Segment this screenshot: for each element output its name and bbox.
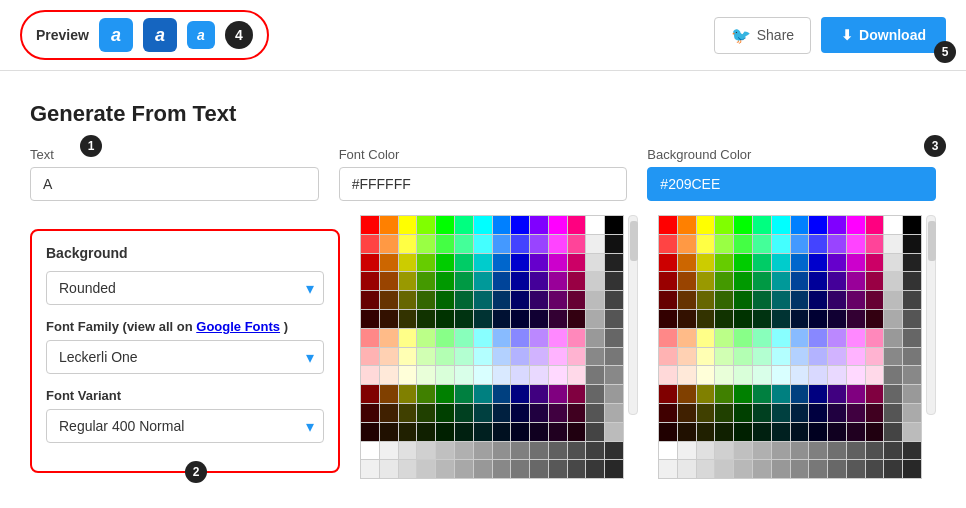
- color-cell[interactable]: [549, 291, 567, 309]
- color-cell[interactable]: [791, 254, 809, 272]
- color-cell[interactable]: [884, 460, 902, 478]
- color-cell[interactable]: [659, 216, 677, 234]
- color-cell[interactable]: [828, 385, 846, 403]
- color-cell[interactable]: [809, 272, 827, 290]
- color-cell[interactable]: [586, 460, 604, 478]
- color-cell[interactable]: [734, 310, 752, 328]
- color-cell[interactable]: [734, 272, 752, 290]
- color-cell[interactable]: [678, 272, 696, 290]
- color-cell[interactable]: [568, 423, 586, 441]
- color-cell[interactable]: [399, 404, 417, 422]
- color-cell[interactable]: [715, 404, 733, 422]
- color-cell[interactable]: [697, 310, 715, 328]
- color-cell[interactable]: [530, 329, 548, 347]
- color-cell[interactable]: [847, 254, 865, 272]
- color-cell[interactable]: [474, 291, 492, 309]
- color-cell[interactable]: [399, 254, 417, 272]
- color-cell[interactable]: [417, 235, 435, 253]
- color-cell[interactable]: [493, 385, 511, 403]
- color-cell[interactable]: [380, 348, 398, 366]
- color-cell[interactable]: [903, 423, 921, 441]
- color-cell[interactable]: [586, 442, 604, 460]
- color-cell[interactable]: [399, 385, 417, 403]
- color-cell[interactable]: [511, 442, 529, 460]
- color-cell[interactable]: [678, 385, 696, 403]
- color-cell[interactable]: [866, 385, 884, 403]
- color-cell[interactable]: [847, 348, 865, 366]
- color-cell[interactable]: [697, 366, 715, 384]
- color-cell[interactable]: [753, 291, 771, 309]
- color-cell[interactable]: [549, 348, 567, 366]
- bg-color-input[interactable]: [647, 167, 936, 201]
- color-cell[interactable]: [903, 366, 921, 384]
- color-cell[interactable]: [474, 348, 492, 366]
- download-button[interactable]: ⬇ Download 5: [821, 17, 946, 53]
- color-cell[interactable]: [866, 329, 884, 347]
- color-cell[interactable]: [884, 272, 902, 290]
- color-cell[interactable]: [530, 254, 548, 272]
- color-cell[interactable]: [417, 348, 435, 366]
- color-cell[interactable]: [809, 329, 827, 347]
- color-cell[interactable]: [455, 235, 473, 253]
- color-cell[interactable]: [734, 460, 752, 478]
- color-cell[interactable]: [828, 423, 846, 441]
- color-cell[interactable]: [605, 366, 623, 384]
- color-cell[interactable]: [568, 235, 586, 253]
- color-cell[interactable]: [697, 235, 715, 253]
- color-cell[interactable]: [753, 442, 771, 460]
- color-cell[interactable]: [697, 291, 715, 309]
- color-cell[interactable]: [753, 423, 771, 441]
- color-cell[interactable]: [884, 235, 902, 253]
- color-cell[interactable]: [493, 235, 511, 253]
- color-cell[interactable]: [399, 235, 417, 253]
- color-cell[interactable]: [659, 366, 677, 384]
- color-cell[interactable]: [399, 348, 417, 366]
- color-cell[interactable]: [659, 404, 677, 422]
- color-cell[interactable]: [399, 366, 417, 384]
- color-cell[interactable]: [436, 329, 454, 347]
- color-cell[interactable]: [903, 442, 921, 460]
- color-cell[interactable]: [828, 235, 846, 253]
- color-cell[interactable]: [734, 216, 752, 234]
- color-cell[interactable]: [493, 216, 511, 234]
- color-cell[interactable]: [659, 254, 677, 272]
- color-cell[interactable]: [568, 385, 586, 403]
- color-cell[interactable]: [474, 216, 492, 234]
- color-cell[interactable]: [549, 385, 567, 403]
- color-cell[interactable]: [847, 460, 865, 478]
- color-cell[interactable]: [772, 216, 790, 234]
- color-cell[interactable]: [772, 310, 790, 328]
- color-cell[interactable]: [605, 348, 623, 366]
- bg-color-scrollbar[interactable]: [926, 215, 936, 415]
- font-color-scrollbar[interactable]: [628, 215, 638, 415]
- color-cell[interactable]: [399, 291, 417, 309]
- color-cell[interactable]: [530, 442, 548, 460]
- color-cell[interactable]: [361, 216, 379, 234]
- color-cell[interactable]: [734, 442, 752, 460]
- color-cell[interactable]: [605, 329, 623, 347]
- color-cell[interactable]: [828, 460, 846, 478]
- color-cell[interactable]: [791, 442, 809, 460]
- color-cell[interactable]: [659, 291, 677, 309]
- color-cell[interactable]: [772, 254, 790, 272]
- color-cell[interactable]: [866, 460, 884, 478]
- color-cell[interactable]: [380, 460, 398, 478]
- color-cell[interactable]: [866, 442, 884, 460]
- color-cell[interactable]: [659, 272, 677, 290]
- color-cell[interactable]: [715, 329, 733, 347]
- color-cell[interactable]: [828, 404, 846, 422]
- color-cell[interactable]: [549, 366, 567, 384]
- color-cell[interactable]: [884, 442, 902, 460]
- color-cell[interactable]: [847, 423, 865, 441]
- color-cell[interactable]: [753, 460, 771, 478]
- color-cell[interactable]: [380, 235, 398, 253]
- color-cell[interactable]: [605, 272, 623, 290]
- color-cell[interactable]: [866, 254, 884, 272]
- color-cell[interactable]: [380, 216, 398, 234]
- color-cell[interactable]: [493, 329, 511, 347]
- color-cell[interactable]: [715, 291, 733, 309]
- color-cell[interactable]: [549, 310, 567, 328]
- color-cell[interactable]: [791, 291, 809, 309]
- color-cell[interactable]: [697, 348, 715, 366]
- color-cell[interactable]: [549, 329, 567, 347]
